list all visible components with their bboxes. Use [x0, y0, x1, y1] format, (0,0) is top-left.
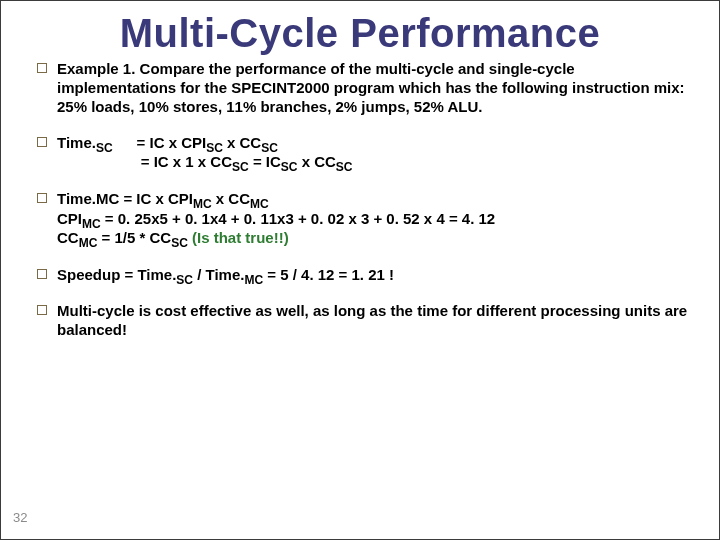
tmc-line1: Time.MC = IC x CPIMC x CCMC [57, 190, 269, 207]
tmc-l1c: x CC [212, 190, 250, 207]
page-number: 32 [13, 510, 27, 525]
tsc-l2d: SC [281, 160, 298, 174]
tsc-l2a: = IC x 1 x CC [141, 153, 232, 170]
tmc-l2a: CPI [57, 210, 82, 227]
bullet-speedup: Speedup = Time.SC / Time.MC = 5 / 4. 12 … [31, 266, 689, 285]
tmc-l1a: Time.MC = IC x CPI [57, 190, 193, 207]
sp-b: SC [176, 273, 193, 287]
slide-body: Example 1. Compare the performance of th… [31, 60, 689, 340]
bullet-example: Example 1. Compare the performance of th… [31, 60, 689, 116]
bullet-time-mc: Time.MC = IC x CPIMC x CCMC CPIMC = 0. 2… [31, 190, 689, 248]
time-sc-eq: = IC x CPISC x CCSC = IC x 1 x CCSC = IC… [137, 134, 353, 172]
tsc-l1a: = IC x CPI [137, 134, 207, 151]
time-sc-label: Time.SC [57, 134, 113, 153]
tmc-l3a: CC [57, 229, 79, 246]
slide: Multi-Cycle Performance Example 1. Compa… [0, 0, 720, 540]
tmc-l3c: = 1/5 * CC [97, 229, 171, 246]
tmc-l3b: MC [79, 236, 98, 250]
tsc-l2c: = IC [249, 153, 281, 170]
tmc-line2: CPIMC = 0. 25x5 + 0. 1x4 + 0. 11x3 + 0. … [57, 209, 689, 229]
bullet-time-sc: Time.SC = IC x CPISC x CCSC = IC x 1 x C… [31, 134, 689, 172]
tsc-l2e: x CC [298, 153, 336, 170]
tmc-l3d: SC [171, 236, 188, 250]
time-sc-pre: Time. [57, 134, 96, 151]
bullet-cost-effective: Multi-cycle is cost effective as well, a… [31, 302, 689, 340]
time-sc-sub: SC [96, 141, 113, 155]
tsc-l2f: SC [336, 160, 353, 174]
sp-d: MC [244, 273, 263, 287]
tmc-line3: CCMC = 1/5 * CCSC (Is that true!!) [57, 228, 689, 248]
sp-e: = 5 / 4. 12 = 1. 21 ! [263, 266, 394, 283]
sp-a: Speedup = Time. [57, 266, 176, 283]
tsc-l1c: x CC [223, 134, 261, 151]
slide-title: Multi-Cycle Performance [41, 11, 679, 56]
sp-c: / Time. [193, 266, 244, 283]
tmc-l2c: = 0. 25x5 + 0. 1x4 + 0. 11x3 + 0. 02 x 3… [101, 210, 496, 227]
bullet-list: Example 1. Compare the performance of th… [31, 60, 689, 340]
tmc-l3e: (Is that true!!) [188, 229, 289, 246]
tsc-l2b: SC [232, 160, 249, 174]
